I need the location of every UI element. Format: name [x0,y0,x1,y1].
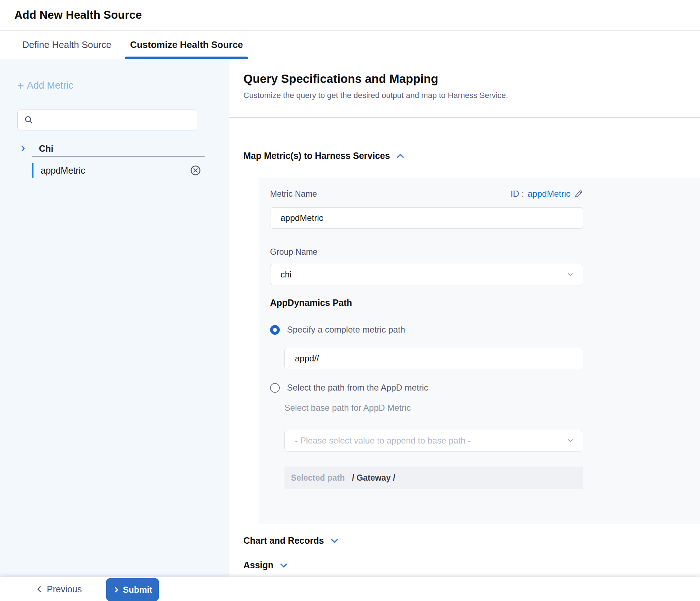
group-name-label: Group Name [270,247,318,257]
edit-pencil-icon[interactable] [574,189,583,199]
chevron-up-icon [396,151,405,161]
selected-path-label: Selected path [291,473,345,483]
sidebar-group-chi[interactable]: Chi [0,141,229,156]
chart-and-records-section-toggle[interactable]: Chart and Records [243,535,339,546]
assign-section-toggle[interactable]: Assign [243,560,288,570]
selected-path-row: Selected path / Gateway / [284,467,583,489]
page-title: Add New Health Source [14,9,142,22]
selected-path-value: / Gateway / [352,473,395,483]
dialog-header: Add New Health Source [0,0,700,31]
group-name-value: chi [281,270,292,280]
radio-unselected-icon [270,383,280,393]
base-path-placeholder: - Please select value to append to base … [295,436,471,446]
submit-label: Submit [123,585,152,595]
tab-customize-health-source[interactable]: Customize Health Source [125,31,248,59]
previous-label: Previous [47,584,82,595]
chevron-down-icon [566,271,574,279]
metric-search-input[interactable] [38,115,197,125]
query-specifications-panel: Query Specifications and Mapping Customi… [229,59,700,577]
metrics-sidebar: + Add Metric Chi appdMetric [0,59,229,577]
wizard-footer: Previous Submit [0,577,700,601]
assign-heading: Assign [243,560,273,570]
map-metrics-heading: Map Metric(s) to Harness Services [243,151,390,161]
chevron-right-icon [113,586,120,593]
id-label: ID : [511,189,524,199]
metric-search-box [17,110,197,130]
radio-select-path-from-appd[interactable]: Select the path from the AppD metric [270,383,428,393]
tab-label: Customize Health Source [130,39,243,50]
add-metric-label: Add Metric [27,80,73,91]
metric-name-input[interactable] [270,207,583,229]
section-subtitle: Customize the query to get the desired o… [243,91,508,100]
add-metric-button[interactable]: + Add Metric [17,80,73,91]
chevron-right-icon [19,144,27,153]
delete-metric-icon[interactable] [189,164,202,177]
chevron-left-icon [35,585,43,593]
tab-define-health-source[interactable]: Define Health Source [17,31,116,59]
divider [229,117,700,117]
tab-bar: Define Health Source Customize Health So… [0,31,700,59]
metric-name-label: Metric Name [270,189,317,199]
submit-button[interactable]: Submit [106,578,159,601]
chart-and-records-heading: Chart and Records [243,535,324,546]
base-path-label: Select base path for AppD Metric [284,403,411,413]
previous-button[interactable]: Previous [35,577,82,601]
selected-indicator-bar [32,163,33,178]
chevron-down-icon [566,437,574,445]
tab-label: Define Health Source [22,39,111,50]
chevron-down-icon [279,561,288,570]
plus-icon: + [17,81,24,90]
tree-divider [32,156,205,157]
map-metrics-form-panel: Metric Name ID : appdMetric Group Name c… [259,178,700,524]
radio-label: Specify a complete metric path [287,325,405,335]
base-path-select[interactable]: - Please select value to append to base … [284,430,583,451]
radio-selected-icon [270,325,280,335]
chevron-down-icon [330,536,339,546]
radio-specify-complete-path[interactable]: Specify a complete metric path [270,325,405,335]
radio-label: Select the path from the AppD metric [287,383,428,393]
complete-metric-path-input[interactable] [284,348,583,369]
group-label: Chi [39,143,53,154]
group-name-select[interactable]: chi [270,264,583,285]
search-icon [24,115,33,125]
map-metrics-section-toggle[interactable]: Map Metric(s) to Harness Services [243,151,405,161]
id-value-link[interactable]: appdMetric [528,189,570,199]
sidebar-item-appdmetric[interactable]: appdMetric [0,161,229,179]
metric-item-label: appdMetric [41,165,85,176]
appdynamics-path-heading: AppDynamics Path [270,298,352,308]
section-title: Query Specifications and Mapping [243,72,438,86]
